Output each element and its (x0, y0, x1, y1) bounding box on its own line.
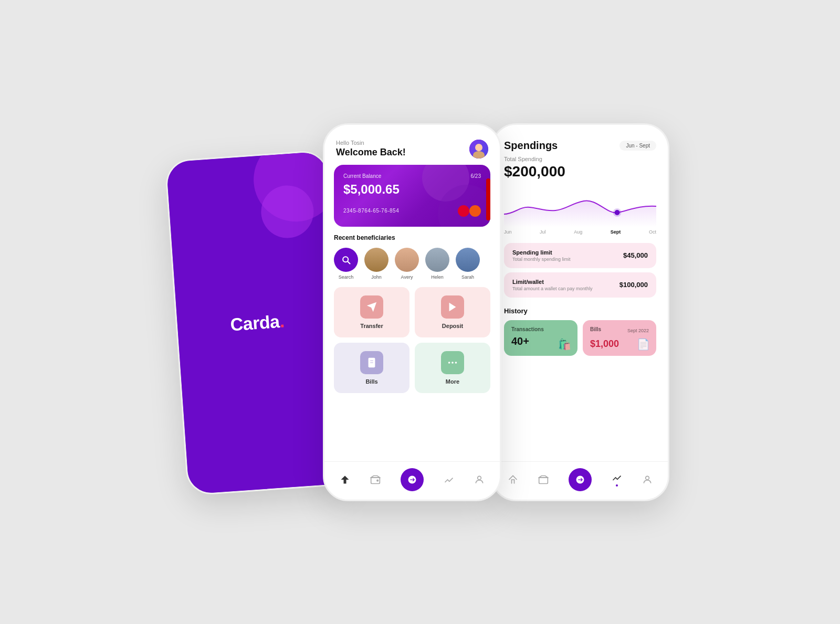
nav-wallet[interactable] (370, 474, 381, 485)
p3-nav-wallet[interactable] (538, 474, 549, 485)
logo-text: Carda (229, 311, 280, 334)
more-icon-wrap (441, 351, 464, 374)
spending-limit-card[interactable]: Spending limit Total monthly spending li… (504, 243, 656, 268)
greeting-text: Hello Tosin (336, 140, 406, 146)
home-icon (340, 474, 350, 485)
user-avatar[interactable] (469, 140, 488, 158)
nav-exchange[interactable] (401, 468, 424, 491)
mc-circle-orange (469, 205, 481, 217)
phone3-bottom-nav (492, 461, 668, 500)
phone-splash: Carda. (164, 149, 350, 495)
history-cards: Transactions 40+ 🛍️ Bills Sept 2022 $1,0… (504, 320, 656, 356)
svg-point-15 (646, 476, 649, 480)
card-section: Current Balance 6/23 $5,000.65 2345-8764… (324, 165, 500, 234)
bills-button[interactable]: Bills (334, 343, 410, 393)
svg-point-7 (452, 362, 454, 364)
phone-spendings: Spendings Jun - Sept Total Spending $200… (491, 123, 669, 501)
card-date: 6/23 (471, 173, 481, 179)
action-grid: Transfer Deposit (324, 287, 500, 399)
transfer-label: Transfer (360, 323, 383, 329)
bene-helen-item[interactable]: Helen (425, 248, 449, 280)
transactions-label: Transactions (511, 326, 570, 332)
deposit-label: Deposit (442, 323, 463, 329)
chart-label-sept: Sept (611, 229, 621, 235)
deposit-icon (447, 301, 458, 313)
profile-icon (474, 474, 485, 485)
phone2-bottom-nav (324, 461, 500, 500)
credit-card[interactable]: Current Balance 6/23 $5,000.65 2345-8764… (334, 165, 490, 227)
bills-history-label: Bills (590, 326, 601, 332)
chart-dot-ring (613, 208, 622, 217)
p3-nav-exchange[interactable] (569, 468, 592, 491)
svg-point-0 (343, 257, 348, 262)
bene-search-item[interactable]: Search (334, 248, 358, 280)
phone-home: Hello Tosin Welcome Back! Current Balanc… (323, 123, 501, 501)
p3-nav-home[interactable] (508, 474, 518, 485)
phone3-header: Spendings Jun - Sept (492, 125, 668, 156)
beneficiaries-section: Recent beneficiaries Search (324, 234, 500, 287)
spending-limit-amount: $45,000 (623, 251, 648, 259)
carda-logo: Carda. (229, 310, 285, 334)
card-top: Current Balance 6/23 (343, 173, 481, 179)
search-icon (341, 255, 351, 265)
card-label: Current Balance (343, 173, 381, 179)
logo-dot: . (279, 310, 285, 331)
date-range-badge[interactable]: Jun - Sept (620, 141, 656, 151)
bene-john-label: John (371, 274, 382, 280)
p3-wallet-icon (538, 474, 549, 485)
chart-icon (444, 474, 454, 485)
svg-marker-2 (449, 302, 456, 311)
nav-home[interactable] (340, 474, 350, 485)
bene-avery-label: Avery (401, 274, 413, 280)
spending-chart: Jun Jul Aug Sept Oct (492, 185, 668, 238)
card-balance: $5,000.65 (343, 182, 481, 197)
history-section: History Transactions 40+ 🛍️ Bills Sept 2… (492, 303, 668, 360)
nav-chart[interactable] (444, 474, 454, 485)
more-button[interactable]: More (415, 343, 490, 393)
bene-helen-label: Helen (431, 274, 444, 280)
p3-exchange-icon (575, 474, 585, 485)
transfer-icon (366, 301, 377, 313)
svg-point-6 (448, 362, 450, 364)
phones-container: Carda. Hello Tosin Welcome Back! (0, 0, 840, 624)
exchange-icon (407, 474, 417, 485)
document-icon: 📄 (637, 338, 650, 351)
chart-label-jul: Jul (540, 229, 546, 235)
card-bottom: 2345-8764-65-76-854 (343, 205, 481, 217)
deposit-button[interactable]: Deposit (415, 287, 490, 337)
spending-limit-subtitle: Total monthly spending limit (512, 257, 571, 262)
shopping-bag-icon: 🛍️ (558, 338, 571, 351)
p3-home-icon (508, 474, 518, 485)
card-number: 2345-8764-65-76-854 (343, 208, 399, 214)
bills-label: Bills (365, 378, 377, 385)
svg-point-8 (455, 362, 457, 364)
transfer-button[interactable]: Transfer (334, 287, 410, 337)
bene-sarah-item[interactable]: Sarah (456, 248, 480, 280)
beneficiaries-row: Search John Avery Helen (334, 248, 490, 280)
limit-wallet-subtitle: Total amount a wallet can pay monthly (512, 286, 593, 291)
limit-wallet-card[interactable]: Limit/wallet Total amount a wallet can p… (504, 272, 656, 298)
bills-card[interactable]: Bills Sept 2022 $1,000 📄 (583, 320, 656, 356)
transactions-card[interactable]: Transactions 40+ 🛍️ (504, 320, 578, 356)
p3-nav-profile[interactable] (642, 474, 653, 485)
total-spending-amount: $200,000 (492, 163, 668, 185)
avery-avatar (395, 248, 419, 272)
bene-search-label: Search (339, 274, 354, 280)
limit-wallet-amount: $100,000 (620, 281, 648, 289)
svg-point-12 (478, 476, 481, 480)
search-avatar (334, 248, 358, 272)
avatar-image (469, 140, 488, 158)
bene-avery-item[interactable]: Avery (395, 248, 419, 280)
nav-active-dot (616, 484, 618, 486)
limit-wallet-title: Limit/wallet (512, 279, 593, 285)
p3-nav-chart[interactable] (612, 472, 622, 486)
p3-profile-icon (642, 474, 653, 485)
bene-john-item[interactable]: John (364, 248, 388, 280)
sarah-avatar (456, 248, 480, 272)
nav-profile[interactable] (474, 474, 485, 485)
helen-avatar (425, 248, 449, 272)
bene-sarah-label: Sarah (461, 274, 474, 280)
card-edge-decoration (486, 178, 490, 220)
deposit-icon-wrap (441, 295, 464, 319)
mc-circle-red (458, 205, 469, 217)
